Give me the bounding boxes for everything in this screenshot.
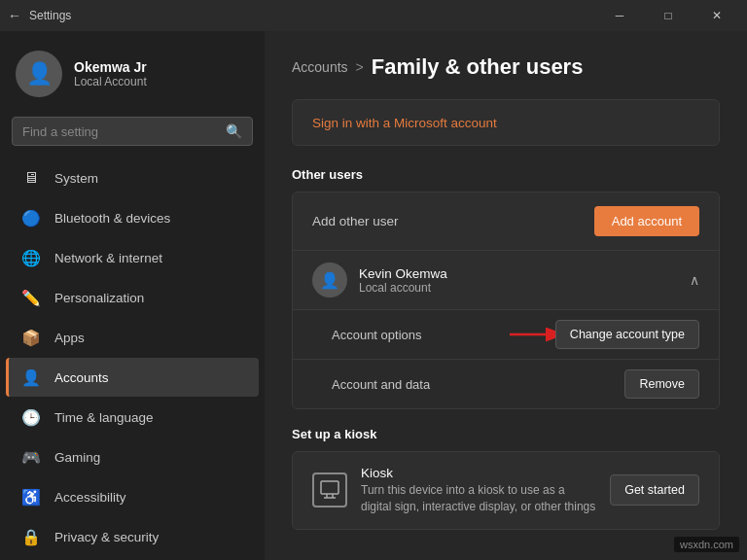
add-user-label: Add other user (312, 214, 399, 228)
network-icon: 🌐 (21, 248, 41, 267)
get-started-button[interactable]: Get started (610, 474, 699, 506)
kiosk-section-title: Set up a kiosk (292, 427, 720, 441)
ms-account-link[interactable]: Sign in with a Microsoft account (312, 116, 497, 130)
kiosk-card: Kiosk Turn this device into a kiosk to u… (292, 451, 720, 530)
sidebar-item-label: Personalization (54, 291, 144, 305)
sidebar-nav: 🖥 System 🔵 Bluetooth & devices 🌐 Network… (0, 158, 265, 560)
ms-account-banner: Sign in with a Microsoft account (292, 99, 720, 146)
search-icon: 🔍 (226, 123, 242, 139)
sidebar-item-privacy[interactable]: 🔒 Privacy & security (6, 517, 259, 556)
accounts-icon: 👤 (21, 368, 41, 387)
time-icon: 🕒 (21, 407, 41, 427)
gaming-icon: 🎮 (21, 447, 41, 467)
svg-rect-2 (321, 481, 338, 494)
user-info: Okemwa Jr Local Account (74, 59, 147, 88)
remove-button[interactable]: Remove (624, 369, 699, 399)
change-account-type-button[interactable]: Change account type (555, 320, 699, 349)
user-profile: 👤 Okemwa Jr Local Account (0, 31, 265, 113)
account-options-label: Account options (332, 328, 422, 342)
accessibility-icon: ♿ (21, 487, 41, 507)
system-icon: 🖥 (21, 168, 41, 188)
kiosk-name: Kiosk (361, 466, 596, 480)
sidebar-item-label: Bluetooth & devices (54, 211, 170, 226)
sidebar-item-label: Apps (54, 331, 85, 345)
search-box[interactable]: 🔍 (12, 117, 253, 146)
bluetooth-icon: 🔵 (21, 208, 41, 228)
sidebar-item-accessibility[interactable]: ♿ Accessibility (6, 477, 259, 516)
sidebar-item-accounts[interactable]: 👤 Accounts (6, 358, 259, 397)
other-users-card: Add other user Add account 👤 Kevin Okemw… (292, 192, 720, 409)
sidebar-item-label: Network & internet (54, 251, 162, 265)
kevin-user-name: Kevin Okemwa (359, 266, 447, 281)
sidebar-item-system[interactable]: 🖥 System (6, 158, 259, 197)
sidebar-item-bluetooth[interactable]: 🔵 Bluetooth & devices (6, 198, 259, 237)
add-user-row: Add other user Add account (293, 192, 719, 250)
privacy-icon: 🔒 (21, 527, 41, 546)
other-users-section-title: Other users (292, 167, 720, 182)
app-container: 👤 Okemwa Jr Local Account 🔍 🖥 System 🔵 B… (0, 31, 747, 560)
breadcrumb: Accounts > Family & other users (292, 54, 720, 80)
search-input[interactable] (22, 124, 218, 139)
apps-icon: 📦 (21, 328, 41, 347)
account-data-label: Account and data (332, 377, 430, 392)
sidebar-item-network[interactable]: 🌐 Network & internet (6, 238, 259, 277)
maximize-button[interactable]: □ (646, 0, 691, 31)
avatar: 👤 (16, 51, 62, 97)
sidebar-item-gaming[interactable]: 🎮 Gaming (6, 438, 259, 476)
sidebar-item-personalization[interactable]: ✏️ Personalization (6, 278, 259, 317)
personalization-icon: ✏️ (21, 288, 41, 307)
minimize-button[interactable]: ─ (597, 0, 642, 31)
breadcrumb-separator: > (356, 59, 364, 75)
back-icon[interactable]: ← (8, 8, 21, 23)
sidebar-item-label: Privacy & security (54, 530, 159, 544)
main-content: Accounts > Family & other users Sign in … (265, 31, 747, 560)
user-account-type: Local Account (74, 75, 147, 88)
user-name: Okemwa Jr (74, 59, 147, 75)
kevin-user-info: Kevin Okemwa Local account (359, 266, 447, 295)
account-options-row: Account options Change account type (293, 309, 719, 359)
monitor-icon (320, 480, 339, 500)
sidebar: 👤 Okemwa Jr Local Account 🔍 🖥 System 🔵 B… (0, 31, 265, 560)
sidebar-item-label: Accounts (54, 370, 109, 385)
user-row-left: 👤 Kevin Okemwa Local account (312, 262, 447, 298)
sidebar-item-label: Accessibility (54, 490, 126, 505)
kevin-user-row[interactable]: 👤 Kevin Okemwa Local account ∧ (293, 250, 719, 309)
titlebar-controls: ─ □ ✕ (597, 0, 739, 31)
account-data-row: Account and data Remove (293, 359, 719, 408)
kevin-user-type: Local account (359, 281, 447, 295)
app-title: Settings (29, 9, 71, 22)
kevin-avatar: 👤 (312, 262, 347, 298)
kiosk-info: Kiosk Turn this device into a kiosk to u… (361, 466, 596, 515)
add-account-button[interactable]: Add account (594, 206, 699, 236)
titlebar: ← Settings ─ □ ✕ (0, 0, 747, 31)
sidebar-item-apps[interactable]: 📦 Apps (6, 318, 259, 357)
sidebar-item-time[interactable]: 🕒 Time & language (6, 398, 259, 437)
sidebar-item-label: System (54, 171, 98, 186)
watermark: wsxdn.com (674, 537, 739, 552)
page-title: Family & other users (372, 54, 584, 80)
chevron-up-icon: ∧ (690, 272, 699, 288)
kiosk-description: Turn this device into a kiosk to use as … (361, 482, 596, 515)
breadcrumb-parent[interactable]: Accounts (292, 59, 348, 75)
titlebar-left: ← Settings (8, 8, 71, 23)
kiosk-icon (312, 472, 347, 508)
close-button[interactable]: ✕ (694, 0, 739, 31)
sidebar-item-label: Gaming (54, 450, 100, 465)
sidebar-item-label: Time & language (54, 410, 154, 425)
